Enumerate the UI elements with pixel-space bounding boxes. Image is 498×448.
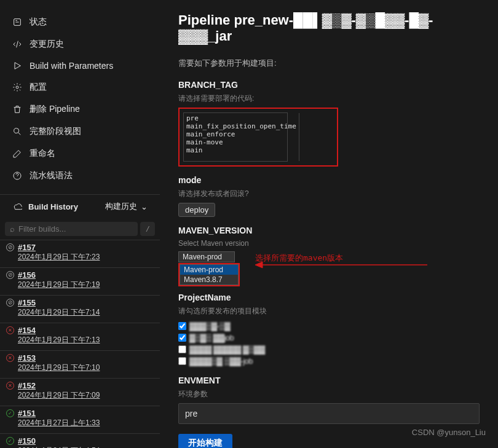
- maven-option[interactable]: Maven3.8.7: [180, 275, 238, 285]
- nav-label: 配置: [30, 82, 47, 93]
- pencil-icon: [12, 149, 22, 159]
- build-filter-input[interactable]: [18, 224, 133, 234]
- svg-point-2: [14, 128, 19, 133]
- branch-option[interactable]: main: [185, 146, 298, 154]
- branch-option[interactable]: main-move: [185, 138, 298, 146]
- maven-dropdown[interactable]: Maven-prod Maven3.8.7: [180, 264, 239, 285]
- env-label: ENVMENT: [178, 375, 480, 385]
- build-item[interactable]: #1552024年1月29日 下午7:14: [0, 296, 160, 323]
- project-name: ▓▓▓▒▓-▒▓: [189, 321, 230, 331]
- project-label: ProjectName: [178, 293, 480, 302]
- project-checkbox-row[interactable]: ▓▓▓▓ ▓▓▓▓▓ ▓▒▓▓: [178, 344, 480, 355]
- project-checkbox[interactable]: [178, 322, 186, 330]
- build-filter-wrap[interactable]: ⌕: [5, 222, 138, 236]
- nav-syntax[interactable]: 流水线语法: [0, 165, 160, 187]
- annotation-text: 选择所需要的maven版本: [255, 253, 343, 264]
- page-title: Pipeline pre_new-██▌▓▒▓-▓▒█▓▓-█▓-▓▓▓_jar: [178, 12, 480, 44]
- build-time[interactable]: 2024年1月24日 下午4:54: [18, 446, 154, 448]
- build-status-icon: [6, 326, 14, 334]
- env-hint: 环境参数: [178, 389, 480, 399]
- gear-icon: [12, 82, 22, 92]
- filter-shortcut[interactable]: /: [140, 222, 155, 236]
- changes-icon: [12, 39, 22, 49]
- build-number[interactable]: #155: [18, 298, 36, 307]
- chevron-down-icon: ⌄: [141, 202, 148, 211]
- build-time[interactable]: 2024年1月29日 下午7:19: [18, 280, 154, 290]
- build-item[interactable]: #1512024年1月27日 上午1:33: [0, 406, 160, 434]
- nav-changes[interactable]: 变更历史: [0, 33, 160, 55]
- maven-dropdown-highlight: Maven-prod Maven3.8.7: [178, 263, 240, 286]
- branch-scrollbar[interactable]: [299, 113, 299, 161]
- build-item[interactable]: #1572024年1月29日 下午7:23: [0, 240, 160, 268]
- build-number[interactable]: #152: [18, 381, 36, 390]
- svg-point-1: [16, 86, 18, 88]
- maven-option[interactable]: Maven-prod: [180, 265, 238, 275]
- cloud-icon: [12, 202, 22, 211]
- page-subtitle: 需要如下参数用于构建项目:: [178, 58, 480, 69]
- build-number[interactable]: #156: [18, 270, 36, 280]
- build-time[interactable]: 2024年1月29日 下午7:09: [18, 390, 154, 401]
- play-icon: [12, 61, 22, 71]
- project-checkbox-row[interactable]: ▓▓▓▓▒▓ ▒▓▓-job: [178, 355, 480, 367]
- build-status-icon: [6, 243, 14, 251]
- nav-label: 状态: [30, 17, 47, 28]
- build-history-header: Build History 构建历史 ⌄: [0, 194, 160, 218]
- build-time[interactable]: 2024年1月29日 下午7:23: [18, 252, 154, 262]
- build-number[interactable]: #151: [18, 409, 36, 418]
- project-checkbox[interactable]: [178, 345, 186, 353]
- project-checkbox[interactable]: [178, 334, 186, 342]
- project-hint: 请勾选所要发布的项目模块: [178, 306, 480, 316]
- trash-icon: [12, 104, 22, 114]
- maven-hint: Select Maven version: [178, 239, 480, 248]
- project-checkbox-row[interactable]: ▓▒▓▒ ▓▓job: [178, 332, 480, 344]
- sidebar: 状态 变更历史 Build with Parameters 配置 删除 Pipe…: [0, 0, 160, 448]
- build-status-icon: [6, 299, 14, 307]
- branch-option[interactable]: main_enforce: [185, 130, 298, 138]
- search-icon: [12, 127, 22, 136]
- nav-delete[interactable]: 删除 Pipeline: [0, 98, 160, 120]
- status-icon: [12, 17, 22, 27]
- build-number[interactable]: #154: [18, 326, 36, 335]
- nav-configure[interactable]: 配置: [0, 76, 160, 98]
- env-input[interactable]: [178, 403, 480, 424]
- branch-hint: 请选择需要部署的代码:: [178, 93, 480, 104]
- build-history-toggle[interactable]: 构建历史 ⌄: [105, 201, 148, 212]
- nav-label: 变更历史: [30, 39, 64, 50]
- build-list: #1572024年1月29日 下午7:23#1562024年1月29日 下午7:…: [0, 240, 160, 448]
- maven-selected[interactable]: Maven-prod: [178, 251, 235, 262]
- build-item[interactable]: #1522024年1月29日 下午7:09: [0, 379, 160, 406]
- build-number[interactable]: #150: [18, 436, 36, 446]
- mode-value[interactable]: deploy: [178, 203, 215, 217]
- build-item[interactable]: #1562024年1月29日 下午7:19: [0, 268, 160, 296]
- mode-hint: 请选择发布或者回滚?: [178, 189, 480, 199]
- nav-status[interactable]: 状态: [0, 11, 160, 33]
- project-checkbox-row[interactable]: ▓▓▓▒▓-▒▓: [178, 320, 480, 332]
- build-time[interactable]: 2024年1月29日 下午7:14: [18, 307, 154, 318]
- maven-label: MAVEN_VERSION: [178, 226, 480, 235]
- main-content: Pipeline pre_new-██▌▓▒▓-▓▒█▓▓-█▓-▓▓▓_jar…: [160, 0, 498, 448]
- build-time[interactable]: 2024年1月27日 上午1:33: [18, 418, 154, 428]
- nav-full-stage[interactable]: 完整阶段视图: [0, 120, 160, 143]
- build-item[interactable]: #1542024年1月29日 下午7:13: [0, 323, 160, 351]
- build-status-icon: [6, 409, 14, 417]
- branch-option[interactable]: main_fix_position_open_time: [185, 122, 298, 130]
- build-number[interactable]: #157: [18, 243, 36, 252]
- watermark: CSDN @yunson_Liu: [412, 428, 486, 437]
- build-button[interactable]: 开始构建: [178, 434, 232, 448]
- build-history-title: Build History: [28, 202, 78, 211]
- branch-option[interactable]: pre: [185, 114, 298, 122]
- project-name: ▓▒▓▒ ▓▓job: [189, 333, 234, 342]
- build-time[interactable]: 2024年1月29日 下午7:10: [18, 363, 154, 373]
- nav-label: 完整阶段视图: [30, 126, 81, 137]
- build-number[interactable]: #153: [18, 353, 36, 363]
- project-checkbox[interactable]: [178, 357, 186, 365]
- nav-label: 删除 Pipeline: [30, 104, 80, 115]
- build-item[interactable]: #1502024年1月24日 下午4:54: [0, 434, 160, 448]
- branch-select[interactable]: premain_fix_position_open_timemain_enfor…: [183, 112, 288, 162]
- nav-build-params[interactable]: Build with Parameters: [0, 55, 160, 76]
- build-item[interactable]: #1532024年1月29日 下午7:10: [0, 351, 160, 379]
- build-status-icon: [6, 354, 14, 362]
- nav-label: 流水线语法: [30, 170, 73, 181]
- build-time[interactable]: 2024年1月29日 下午7:13: [18, 335, 154, 345]
- nav-rename[interactable]: 重命名: [0, 143, 160, 165]
